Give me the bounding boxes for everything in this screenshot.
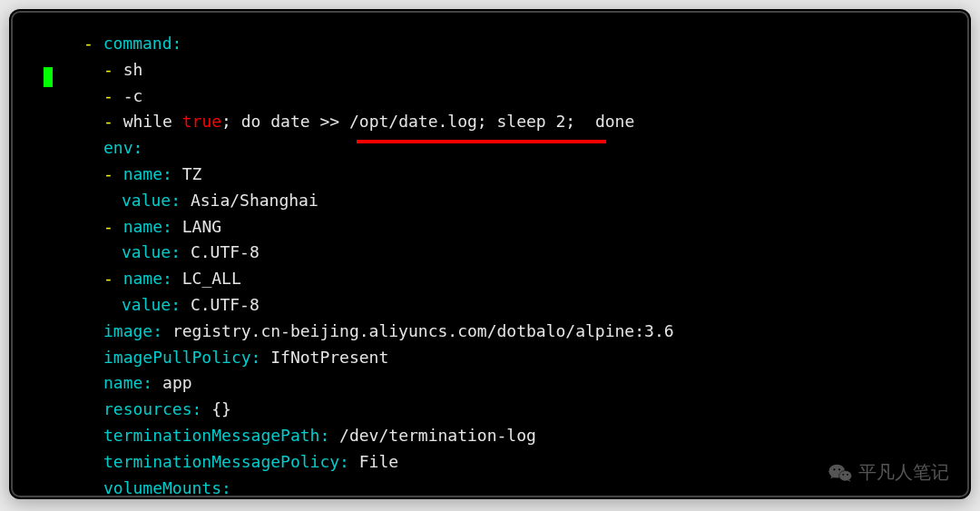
while-post: ; do date >> /opt/date.log; sleep 2; don… [221,112,634,131]
yaml-line: value: C.UTF-8 [31,292,949,319]
yaml-line: terminationMessagePolicy: File [31,449,949,476]
yaml-line: value: Asia/Shanghai [31,188,949,214]
command-item-c: -c [123,86,143,105]
yaml-line: imagePullPolicy: IfNotPresent [31,345,949,371]
env-value-0: Asia/Shanghai [191,191,318,210]
terminal-window: - command: - sh - -c - while true; do da… [9,9,971,499]
env-name-0: TZ [182,164,202,183]
env-value-1: C.UTF-8 [191,242,260,261]
editor-cursor [44,67,53,87]
wechat-icon [828,462,853,484]
name-key: name [103,373,142,392]
yaml-line: resources: {} [31,397,949,423]
resources-value: {} [211,399,231,418]
yaml-line: terminationMessagePath: /dev/termination… [31,423,949,449]
imagepullpolicy-value: IfNotPresent [270,348,388,367]
terminationmessagepath-key: terminationMessagePath [103,426,319,445]
env-name-1: LANG [182,217,221,236]
yaml-line: - while true; do date >> /opt/date.log; … [31,109,949,135]
watermark: 平凡人笔记 [828,460,949,485]
env-key: env [103,138,133,157]
env-name-2: LC_ALL [182,269,241,288]
yaml-line: - name: TZ [31,162,949,188]
terminationmessagepolicy-key: terminationMessagePolicy [103,452,339,471]
svg-point-2 [838,468,840,470]
highlight-underline [357,140,606,143]
svg-point-1 [833,468,835,470]
command-key: command [103,34,172,53]
yaml-line: volumeMounts: [31,476,949,497]
watermark-text: 平凡人笔记 [858,460,949,485]
while-true: true [182,112,221,131]
env-value-2: C.UTF-8 [191,295,260,314]
terminationmessagepath-value: /dev/termination-log [339,426,536,445]
terminal-content[interactable]: - command: - sh - -c - while true; do da… [11,11,969,497]
yaml-line: - name: LC_ALL [31,266,949,292]
svg-point-5 [847,473,848,475]
yaml-line: - command: [31,31,949,57]
command-item-sh: sh [123,60,143,79]
volumemounts-key: volumeMounts [103,478,221,497]
terminationmessagepolicy-value: File [359,452,398,471]
name-value: app [162,373,192,392]
svg-point-3 [839,470,852,481]
svg-point-4 [842,473,844,475]
image-value: registry.cn-beijing.aliyuncs.com/dotbalo… [172,321,674,340]
while-pre: while [123,112,182,131]
yaml-line: - sh [31,57,949,84]
yaml-line: value: C.UTF-8 [31,240,949,266]
yaml-line: - -c [31,84,949,110]
resources-key: resources [103,399,192,418]
image-key: image [103,321,152,340]
yaml-line: name: app [31,370,949,397]
yaml-line: image: registry.cn-beijing.aliyuncs.com/… [31,319,949,345]
imagepullpolicy-key: imagePullPolicy [103,348,251,367]
yaml-line: - name: LANG [31,214,949,241]
